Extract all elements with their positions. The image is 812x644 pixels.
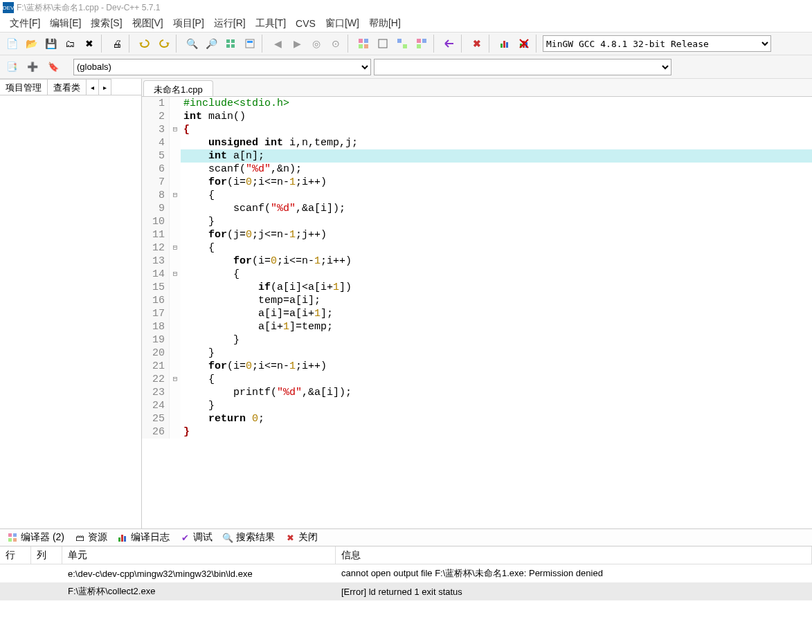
save-button[interactable]: 💾 [42,35,60,53]
delete-profile-button[interactable] [515,35,533,53]
code-line[interactable]: 17 a[i]=a[i+1]; [142,307,812,320]
code-area[interactable]: 1#include<stdio.h>2int main()3⊟{4 unsign… [142,97,812,528]
forward-button[interactable]: ▶ [288,35,306,53]
fold-toggle[interactable]: ⊟ [170,268,181,281]
tab-search-results[interactable]: 🔍搜索结果 [218,530,279,545]
code-text[interactable]: int main() [181,110,812,123]
code-line[interactable]: 6 scanf("%d",&n); [142,163,812,176]
goto-button[interactable]: ⊙ [327,35,345,53]
code-line[interactable]: 16 temp=a[i]; [142,294,812,307]
toggle-bookmark-button[interactable]: 🔖 [44,58,62,76]
code-text[interactable]: for(i=0;i<=n-1;i++) [181,255,812,268]
compile-button[interactable] [222,35,240,53]
error-row[interactable]: e:\dev-c\dev-cpp\mingw32\mingw32\bin\ld.… [0,564,812,582]
code-text[interactable]: for(i=0;i<=n-1;i++) [181,360,812,373]
code-text[interactable]: a[i]=a[i+1]; [181,307,812,320]
tab-compiler[interactable]: 编译器 (2) [3,530,69,545]
code-text[interactable]: temp=a[i]; [181,294,812,307]
undo-button[interactable] [136,35,154,53]
close-file-button[interactable]: ✖ [80,35,98,53]
error-row[interactable]: F:\蓝桥杯\collect2.exe[Error] ld returned 1… [0,582,812,600]
sidebar-tab-project[interactable]: 项目管理 [0,79,48,95]
menu-item[interactable]: 运行[R] [210,16,250,31]
code-line[interactable]: 20 } [142,347,812,360]
code-line[interactable]: 4 unsigned int i,n,temp,j; [142,136,812,149]
build-button[interactable] [354,35,372,53]
code-line[interactable]: 24 } [142,399,812,412]
rebuild-button[interactable] [374,35,392,53]
members-select[interactable] [374,59,671,75]
code-line[interactable]: 14⊟ { [142,268,812,281]
code-line[interactable]: 15 if(a[i]<a[i+1]) [142,281,812,294]
menu-item[interactable]: 视图[V] [128,16,168,31]
syntax-check-button[interactable] [413,35,431,53]
code-text[interactable]: unsigned int i,n,temp,j; [181,136,812,149]
menu-item[interactable]: 工具[T] [251,16,290,31]
run-button[interactable] [241,35,259,53]
code-text[interactable]: { [181,189,812,202]
menu-item[interactable]: 帮助[H] [365,16,405,31]
debug-start-button[interactable] [440,35,458,53]
code-text[interactable]: printf("%d",&a[i]); [181,386,812,399]
code-line[interactable]: 2int main() [142,110,812,123]
code-text[interactable]: #include<stdio.h> [181,97,812,110]
code-line[interactable]: 18 a[i+1]=temp; [142,320,812,333]
menu-item[interactable]: 窗口[W] [321,16,363,31]
code-line[interactable]: 22⊟ { [142,373,812,386]
header-unit[interactable]: 单元 [62,546,336,564]
menu-item[interactable]: CVS [291,17,320,30]
code-text[interactable]: return 0; [181,412,812,425]
header-line[interactable]: 行 [0,546,31,564]
tab-close[interactable]: ✖关闭 [280,530,322,545]
code-line[interactable]: 19 } [142,333,812,347]
header-col[interactable]: 列 [31,546,62,564]
menu-item[interactable]: 项目[P] [169,16,208,31]
fold-toggle[interactable]: ⊟ [170,241,181,255]
code-line[interactable]: 8⊟ { [142,189,812,202]
code-line[interactable]: 23 printf("%d",&a[i]); [142,386,812,399]
fold-toggle[interactable]: ⊟ [170,189,181,202]
new-project-button[interactable]: 📑 [3,58,21,76]
tab-compile-log[interactable]: 编译日志 [113,530,174,545]
code-text[interactable]: scanf("%d",&a[i]); [181,202,812,215]
editor-tab-file[interactable]: 未命名1.cpp [143,80,213,96]
code-text[interactable]: { [181,241,812,255]
sidebar-scroll-right[interactable]: ▸ [99,79,111,95]
sidebar-scroll-left[interactable]: ◂ [87,79,99,95]
code-text[interactable]: } [181,333,812,347]
code-text[interactable]: for(i=0;i<=n-1;i++) [181,176,812,189]
save-all-button[interactable]: 🗂 [61,35,79,53]
code-line[interactable]: 9 scanf("%d",&a[i]); [142,202,812,215]
code-line[interactable]: 1#include<stdio.h> [142,97,812,110]
code-line[interactable]: 13 for(i=0;i<=n-1;i++) [142,255,812,268]
code-text[interactable]: } [181,425,812,439]
globals-select[interactable]: (globals) [73,59,371,75]
code-text[interactable]: a[i+1]=temp; [181,320,812,333]
back-button[interactable]: ◀ [269,35,287,53]
fold-toggle[interactable]: ⊟ [170,373,181,386]
profile-button[interactable] [496,35,514,53]
code-text[interactable]: { [181,123,812,136]
code-text[interactable]: { [181,268,812,281]
code-line[interactable]: 7 for(i=0;i<=n-1;i++) [142,176,812,189]
code-line[interactable]: 3⊟{ [142,123,812,136]
code-text[interactable]: } [181,347,812,360]
new-file-button[interactable]: 📄 [3,35,21,53]
bookmark-button[interactable]: ◎ [307,35,325,53]
debug-stop-button[interactable]: ✖ [468,35,486,53]
menu-item[interactable]: 文件[F] [6,16,44,31]
menu-item[interactable]: 搜索[S] [87,16,126,31]
insert-button[interactable]: ➕ [24,58,42,76]
code-text[interactable]: } [181,399,812,412]
print-button[interactable]: 🖨 [108,35,126,53]
code-line[interactable]: 12⊟ { [142,241,812,255]
code-text[interactable]: for(j=0;j<=n-1;j++) [181,228,812,241]
replace-button[interactable]: 🔎 [202,35,220,53]
code-line[interactable]: 5 int a[n]; [142,149,812,163]
compiler-select[interactable]: MinGW GCC 4.8.1 32-bit Release [543,35,771,52]
sidebar-tab-classview[interactable]: 查看类 [48,79,87,95]
find-button[interactable]: 🔍 [183,35,201,53]
fold-toggle[interactable]: ⊟ [170,123,181,136]
code-line[interactable]: 25 return 0; [142,412,812,425]
code-line[interactable]: 11 for(j=0;j<=n-1;j++) [142,228,812,241]
